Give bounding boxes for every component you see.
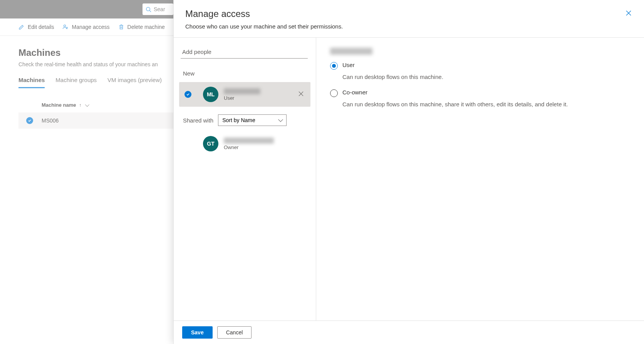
panel-header: Manage access Choose who can use your ma… <box>174 0 644 38</box>
svg-line-1 <box>149 10 151 12</box>
remove-person-button[interactable] <box>297 89 305 99</box>
close-icon <box>299 91 304 97</box>
sort-dropdown[interactable]: Sort by Name <box>218 114 287 126</box>
row-machine-name: MS006 <box>42 117 59 124</box>
panel-right-column: User Can run desktop flows on this machi… <box>316 38 644 321</box>
selected-person-name-redacted <box>330 48 372 55</box>
delete-machine-label: Delete machine <box>127 24 165 30</box>
permission-radio-group: User Can run desktop flows on this machi… <box>330 62 630 109</box>
cancel-button[interactable]: Cancel <box>217 326 252 339</box>
radio-coowner-desc: Can run desktop flows on this machine, s… <box>342 100 630 109</box>
edit-details-label: Edit details <box>28 24 54 30</box>
sort-up-icon: ↑ <box>79 102 81 108</box>
panel-title: Manage access <box>185 8 632 19</box>
panel-subtitle: Choose who can use your machine and set … <box>185 23 632 30</box>
radio-coowner[interactable] <box>330 89 338 97</box>
panel-footer: Save Cancel <box>174 321 644 344</box>
panel-left-column: New ML User Shared with <box>174 38 316 321</box>
search-placeholder-text: Sear <box>154 6 165 12</box>
person-role: User <box>224 95 292 101</box>
person-name-redacted <box>224 138 274 144</box>
people-icon <box>62 24 69 30</box>
person-selected-icon[interactable] <box>184 91 191 98</box>
delete-machine-button[interactable]: Delete machine <box>118 24 165 30</box>
radio-user-desc: Can run desktop flows on this machine. <box>342 73 630 81</box>
section-new-label: New <box>183 70 310 77</box>
new-person-row[interactable]: ML User <box>179 82 310 107</box>
edit-details-button[interactable]: Edit details <box>18 24 54 30</box>
radio-user[interactable] <box>330 62 338 70</box>
close-button[interactable] <box>624 9 633 18</box>
edit-icon <box>18 24 25 30</box>
sort-dropdown-label: Sort by Name <box>222 117 255 123</box>
person-name-redacted <box>224 88 260 94</box>
radio-user-label: User <box>342 62 355 68</box>
delete-icon <box>118 24 124 30</box>
row-checked-icon[interactable] <box>26 117 33 124</box>
shared-with-label: Shared with <box>183 117 213 124</box>
svg-point-0 <box>146 7 150 10</box>
col-machine-name[interactable]: Machine name ↑ <box>42 102 88 108</box>
shared-person-row[interactable]: GT Owner <box>179 131 310 156</box>
tab-machines[interactable]: Machines <box>18 77 45 88</box>
permission-coowner-option[interactable]: Co-owner Can run desktop flows on this m… <box>330 89 630 109</box>
permission-user-option[interactable]: User Can run desktop flows on this machi… <box>330 62 630 81</box>
save-button[interactable]: Save <box>182 326 213 339</box>
search-box[interactable]: Sear <box>143 3 173 15</box>
manage-access-label: Manage access <box>72 24 109 30</box>
tab-vm-images[interactable]: VM images (preview) <box>107 77 162 88</box>
chevron-down-icon <box>85 102 89 107</box>
avatar: GT <box>203 136 218 151</box>
search-icon <box>146 7 151 12</box>
close-icon <box>626 10 631 17</box>
radio-coowner-label: Co-owner <box>342 89 367 96</box>
panel-body: New ML User Shared with <box>174 38 644 321</box>
person-info: User <box>224 88 292 101</box>
shared-with-row: Shared with Sort by Name <box>183 114 310 126</box>
person-info: Owner <box>224 138 305 150</box>
col-machine-name-label: Machine name <box>42 102 76 108</box>
svg-point-2 <box>64 25 66 27</box>
add-people-input[interactable] <box>181 46 308 59</box>
person-role: Owner <box>224 144 305 150</box>
manage-access-button[interactable]: Manage access <box>62 24 109 30</box>
manage-access-panel: Manage access Choose who can use your ma… <box>173 0 644 344</box>
svg-point-3 <box>67 27 68 28</box>
avatar: ML <box>203 87 218 102</box>
tab-machine-groups[interactable]: Machine groups <box>55 77 97 88</box>
